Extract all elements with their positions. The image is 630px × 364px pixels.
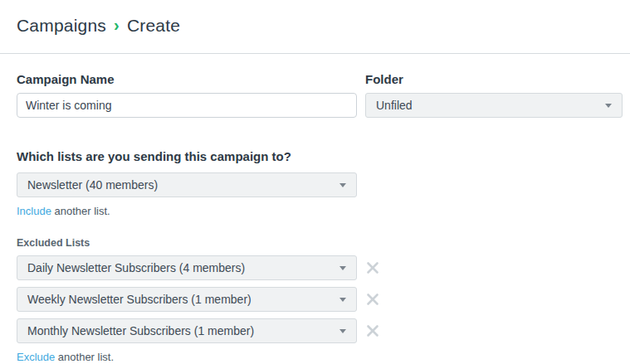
include-link[interactable]: Include [17,205,51,217]
chevron-right-icon: › [114,17,120,35]
remove-excluded-list-2-button[interactable] [365,292,380,307]
excluded-list-row: Monthly Newsletter Subscribers (1 member… [17,318,613,343]
caret-down-icon [339,329,346,333]
caret-down-icon [339,266,346,270]
excluded-list-select-1[interactable]: Daily Newsletter Subscribers (4 members) [17,255,357,280]
exclude-link[interactable]: Exclude [17,351,55,363]
lists-question-heading: Which lists are you sending this campaig… [17,150,613,163]
campaign-name-input[interactable] [17,93,357,118]
excluded-list-select-3-value: Monthly Newsletter Subscribers (1 member… [27,324,254,337]
header-divider [0,53,630,54]
caret-down-icon [605,104,612,108]
x-mark-icon [366,324,379,337]
campaign-create-form: Campaign Name Folder Unfiled Which lists… [0,73,630,363]
excluded-list-select-2[interactable]: Weekly Newsletter Subscribers (1 member) [17,287,357,312]
folder-select-value: Unfiled [376,99,413,112]
x-mark-icon [366,293,379,306]
include-line-rest: another list. [51,205,110,217]
excluded-list-select-1-value: Daily Newsletter Subscribers (4 members) [27,261,245,274]
excluded-lists-label: Excluded Lists [17,238,613,249]
exclude-line-rest: another list. [55,351,114,363]
remove-excluded-list-3-button[interactable] [365,323,380,338]
included-list-select-value: Newsletter (40 members) [27,178,158,192]
folder-select[interactable]: Unfiled [365,93,623,118]
excluded-list-row: Daily Newsletter Subscribers (4 members) [17,255,613,280]
campaign-name-label: Campaign Name [17,73,357,85]
included-list-select[interactable]: Newsletter (40 members) [17,172,357,197]
include-another-list-line: Include another list. [17,205,613,217]
page-header: Campaigns › Create [0,0,630,36]
remove-excluded-list-1-button[interactable] [365,260,380,275]
caret-down-icon [339,183,346,187]
excluded-list-select-2-value: Weekly Newsletter Subscribers (1 member) [27,293,252,306]
breadcrumb-create: Create [127,16,180,36]
folder-label: Folder [365,73,623,85]
excluded-list-select-3[interactable]: Monthly Newsletter Subscribers (1 member… [17,318,357,343]
caret-down-icon [339,298,346,302]
x-mark-icon [366,261,379,274]
breadcrumb-campaigns[interactable]: Campaigns [17,16,106,36]
breadcrumb: Campaigns › Create [17,16,613,36]
exclude-another-list-line: Exclude another list. [17,351,613,363]
excluded-list-row: Weekly Newsletter Subscribers (1 member) [17,287,613,312]
